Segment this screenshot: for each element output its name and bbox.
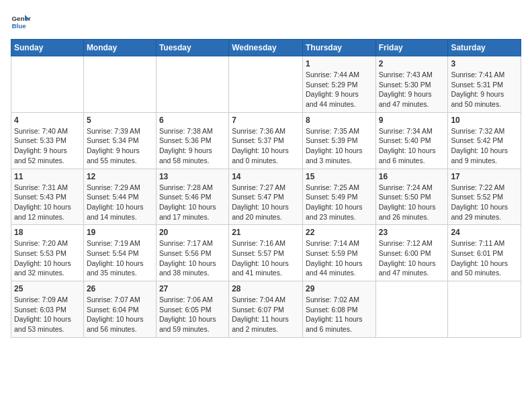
- day-detail: Sunrise: 7:19 AM Sunset: 5:54 PM Dayligh…: [87, 238, 153, 278]
- calendar-week-3: 11Sunrise: 7:31 AM Sunset: 5:43 PM Dayli…: [11, 169, 521, 225]
- day-number: 11: [14, 172, 81, 181]
- calendar-week-4: 18Sunrise: 7:20 AM Sunset: 5:53 PM Dayli…: [11, 225, 521, 281]
- day-number: 27: [159, 284, 226, 293]
- day-header-wednesday: Wednesday: [229, 40, 303, 56]
- calendar-cell: 27Sunrise: 7:06 AM Sunset: 6:05 PM Dayli…: [156, 281, 228, 338]
- calendar-header-row: SundayMondayTuesdayWednesdayThursdayFrid…: [11, 40, 521, 56]
- calendar-cell: 18Sunrise: 7:20 AM Sunset: 5:53 PM Dayli…: [11, 225, 84, 281]
- calendar-cell: 21Sunrise: 7:16 AM Sunset: 5:57 PM Dayli…: [229, 225, 303, 281]
- day-detail: Sunrise: 7:20 AM Sunset: 5:53 PM Dayligh…: [14, 238, 81, 278]
- day-number: 24: [451, 228, 518, 237]
- calendar-cell: 11Sunrise: 7:31 AM Sunset: 5:43 PM Dayli…: [11, 169, 84, 225]
- day-number: 12: [87, 172, 153, 181]
- day-number: 4: [14, 116, 81, 125]
- calendar-cell: 24Sunrise: 7:11 AM Sunset: 6:01 PM Dayli…: [448, 225, 521, 281]
- calendar-cell: [229, 56, 303, 113]
- day-detail: Sunrise: 7:31 AM Sunset: 5:43 PM Dayligh…: [14, 183, 81, 222]
- day-number: 14: [232, 172, 300, 181]
- calendar-week-5: 25Sunrise: 7:09 AM Sunset: 6:03 PM Dayli…: [11, 281, 521, 338]
- day-detail: Sunrise: 7:25 AM Sunset: 5:49 PM Dayligh…: [306, 183, 373, 222]
- day-detail: Sunrise: 7:27 AM Sunset: 5:47 PM Dayligh…: [232, 183, 300, 222]
- calendar-cell: 10Sunrise: 7:32 AM Sunset: 5:42 PM Dayli…: [448, 112, 521, 169]
- calendar-cell: 19Sunrise: 7:19 AM Sunset: 5:54 PM Dayli…: [83, 225, 156, 281]
- day-number: 15: [306, 172, 373, 181]
- logo: General Blue: [11, 11, 31, 31]
- day-detail: Sunrise: 7:39 AM Sunset: 5:34 PM Dayligh…: [87, 126, 153, 166]
- day-header-monday: Monday: [83, 40, 156, 56]
- day-number: 19: [87, 228, 153, 237]
- calendar-cell: 9Sunrise: 7:34 AM Sunset: 5:40 PM Daylig…: [375, 112, 448, 169]
- calendar-cell: 17Sunrise: 7:22 AM Sunset: 5:52 PM Dayli…: [448, 169, 521, 225]
- day-number: 3: [451, 59, 518, 68]
- day-detail: Sunrise: 7:38 AM Sunset: 5:36 PM Dayligh…: [159, 126, 226, 166]
- calendar-cell: 14Sunrise: 7:27 AM Sunset: 5:47 PM Dayli…: [229, 169, 303, 225]
- calendar-cell: 8Sunrise: 7:35 AM Sunset: 5:39 PM Daylig…: [302, 112, 375, 169]
- calendar-cell: [156, 56, 228, 113]
- day-detail: Sunrise: 7:24 AM Sunset: 5:50 PM Dayligh…: [379, 183, 445, 222]
- day-detail: Sunrise: 7:40 AM Sunset: 5:33 PM Dayligh…: [14, 126, 81, 166]
- day-detail: Sunrise: 7:16 AM Sunset: 5:57 PM Dayligh…: [232, 238, 300, 278]
- day-number: 6: [159, 116, 226, 125]
- calendar-cell: 29Sunrise: 7:02 AM Sunset: 6:08 PM Dayli…: [302, 281, 375, 338]
- calendar-cell: 12Sunrise: 7:29 AM Sunset: 5:44 PM Dayli…: [83, 169, 156, 225]
- day-number: 21: [232, 228, 300, 237]
- day-detail: Sunrise: 7:35 AM Sunset: 5:39 PM Dayligh…: [306, 126, 373, 166]
- calendar-body: 1Sunrise: 7:44 AM Sunset: 5:29 PM Daylig…: [11, 56, 521, 338]
- day-detail: Sunrise: 7:36 AM Sunset: 5:37 PM Dayligh…: [232, 126, 300, 166]
- day-header-sunday: Sunday: [11, 40, 84, 56]
- calendar-cell: 5Sunrise: 7:39 AM Sunset: 5:34 PM Daylig…: [83, 112, 156, 169]
- day-detail: Sunrise: 7:22 AM Sunset: 5:52 PM Dayligh…: [451, 183, 518, 222]
- day-number: 1: [306, 59, 373, 68]
- day-detail: Sunrise: 7:17 AM Sunset: 5:56 PM Dayligh…: [159, 238, 226, 278]
- page-header: General Blue: [11, 11, 521, 31]
- calendar-cell: 26Sunrise: 7:07 AM Sunset: 6:04 PM Dayli…: [83, 281, 156, 338]
- calendar-cell: [448, 281, 521, 338]
- calendar-cell: 20Sunrise: 7:17 AM Sunset: 5:56 PM Dayli…: [156, 225, 228, 281]
- calendar-cell: 3Sunrise: 7:41 AM Sunset: 5:31 PM Daylig…: [448, 56, 521, 113]
- calendar-cell: 16Sunrise: 7:24 AM Sunset: 5:50 PM Dayli…: [375, 169, 448, 225]
- day-number: 5: [87, 116, 153, 125]
- day-number: 16: [379, 172, 445, 181]
- day-detail: Sunrise: 7:28 AM Sunset: 5:46 PM Dayligh…: [159, 183, 226, 222]
- day-detail: Sunrise: 7:12 AM Sunset: 6:00 PM Dayligh…: [379, 238, 445, 278]
- svg-text:Blue: Blue: [12, 22, 27, 30]
- day-number: 18: [14, 228, 81, 237]
- day-detail: Sunrise: 7:43 AM Sunset: 5:30 PM Dayligh…: [379, 70, 445, 109]
- day-detail: Sunrise: 7:14 AM Sunset: 5:59 PM Dayligh…: [306, 238, 373, 278]
- day-detail: Sunrise: 7:09 AM Sunset: 6:03 PM Dayligh…: [14, 295, 81, 334]
- day-detail: Sunrise: 7:32 AM Sunset: 5:42 PM Dayligh…: [451, 126, 518, 166]
- calendar-cell: 15Sunrise: 7:25 AM Sunset: 5:49 PM Dayli…: [302, 169, 375, 225]
- day-number: 23: [379, 228, 445, 237]
- calendar-cell: 28Sunrise: 7:04 AM Sunset: 6:07 PM Dayli…: [229, 281, 303, 338]
- day-number: 22: [306, 228, 373, 237]
- day-number: 8: [306, 116, 373, 125]
- day-number: 7: [232, 116, 300, 125]
- day-detail: Sunrise: 7:41 AM Sunset: 5:31 PM Dayligh…: [451, 70, 518, 109]
- day-header-thursday: Thursday: [302, 40, 375, 56]
- calendar-week-2: 4Sunrise: 7:40 AM Sunset: 5:33 PM Daylig…: [11, 112, 521, 169]
- day-number: 9: [379, 116, 445, 125]
- day-detail: Sunrise: 7:02 AM Sunset: 6:08 PM Dayligh…: [306, 295, 373, 334]
- day-detail: Sunrise: 7:44 AM Sunset: 5:29 PM Dayligh…: [306, 70, 373, 109]
- day-number: 25: [14, 284, 81, 293]
- day-number: 26: [87, 284, 153, 293]
- day-number: 13: [159, 172, 226, 181]
- calendar-cell: 1Sunrise: 7:44 AM Sunset: 5:29 PM Daylig…: [302, 56, 375, 113]
- day-header-friday: Friday: [375, 40, 448, 56]
- calendar-cell: 22Sunrise: 7:14 AM Sunset: 5:59 PM Dayli…: [302, 225, 375, 281]
- day-number: 20: [159, 228, 226, 237]
- logo-icon: General Blue: [11, 11, 31, 31]
- day-detail: Sunrise: 7:06 AM Sunset: 6:05 PM Dayligh…: [159, 295, 226, 334]
- calendar-cell: 25Sunrise: 7:09 AM Sunset: 6:03 PM Dayli…: [11, 281, 84, 338]
- calendar-cell: 23Sunrise: 7:12 AM Sunset: 6:00 PM Dayli…: [375, 225, 448, 281]
- day-number: 29: [306, 284, 373, 293]
- day-number: 2: [379, 59, 445, 68]
- day-header-saturday: Saturday: [448, 40, 521, 56]
- calendar-cell: [375, 281, 448, 338]
- day-detail: Sunrise: 7:34 AM Sunset: 5:40 PM Dayligh…: [379, 126, 445, 166]
- calendar-cell: 4Sunrise: 7:40 AM Sunset: 5:33 PM Daylig…: [11, 112, 84, 169]
- calendar-table: SundayMondayTuesdayWednesdayThursdayFrid…: [11, 39, 521, 338]
- calendar-cell: 2Sunrise: 7:43 AM Sunset: 5:30 PM Daylig…: [375, 56, 448, 113]
- day-header-tuesday: Tuesday: [156, 40, 228, 56]
- calendar-cell: [11, 56, 84, 113]
